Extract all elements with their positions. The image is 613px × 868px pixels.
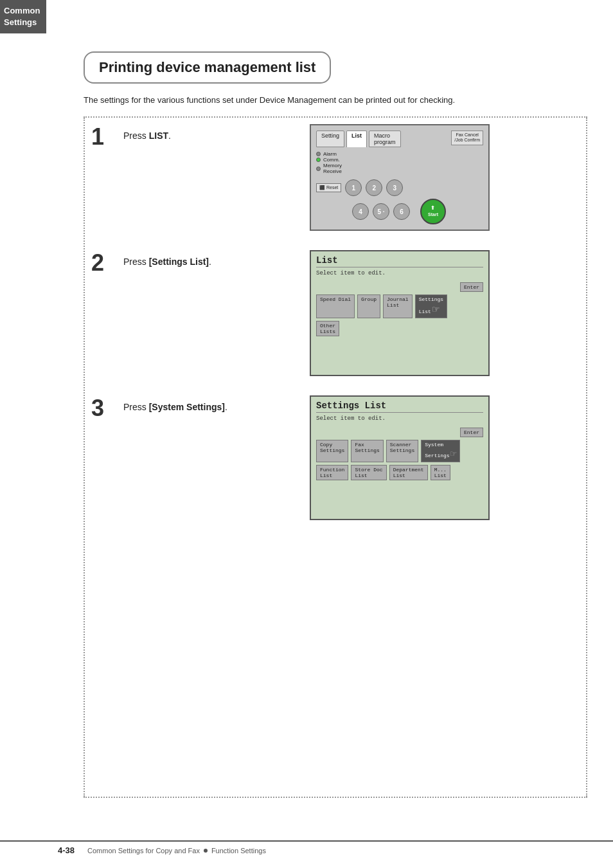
page-description: The settings for the various functions s… — [84, 95, 587, 105]
system-settings-button[interactable]: SystemSertings☞ — [421, 440, 460, 462]
footer-text2: Function Settings — [211, 847, 266, 854]
fax-settings-button[interactable]: FaxSettings — [351, 440, 383, 462]
alarm-indicator: Alarm — [316, 151, 483, 157]
function-list-button[interactable]: FunctionList — [316, 465, 348, 480]
m-list-button[interactable]: M...List — [431, 465, 450, 480]
num-2-button[interactable]: 2 — [366, 179, 382, 196]
speed-dial-button[interactable]: Speed Dial — [316, 294, 355, 318]
num-4-button[interactable]: 4 — [352, 203, 369, 220]
lcd-list-enter: Enter — [316, 282, 483, 292]
num-3-button[interactable]: 3 — [386, 179, 403, 196]
lcd-settings-buttons-row1: CopySettings FaxSettings ScannerSettings… — [316, 440, 483, 462]
step-1-text: Press LIST. — [123, 124, 297, 141]
tab-macro-program[interactable]: Macroprogram — [369, 131, 401, 147]
lcd-list-title: List — [316, 255, 483, 267]
group-button[interactable]: Group — [357, 294, 380, 318]
num-5-button[interactable]: 5 · — [373, 203, 389, 220]
lcd-list-screen: List Select item to edit. Enter Speed Di… — [310, 250, 490, 376]
lcd-list-buttons: Speed Dial Group JournalList SettingsLis… — [316, 294, 483, 318]
footer-text1: Common Settings for Copy and Fax — [87, 847, 200, 854]
step-2-text: Press [Settings List]. — [123, 250, 297, 267]
step-3-text: Press [System Settings]. — [123, 395, 297, 412]
journal-list-button[interactable]: JournalList — [383, 294, 413, 318]
fax-cancel-button[interactable]: Fax Cancel/Job Confirm — [451, 131, 483, 145]
num-6-button[interactable]: 6 — [393, 203, 410, 220]
page-footer: 4-38 Common Settings for Copy and Fax Fu… — [0, 840, 613, 855]
step-3-number: 3 — [91, 397, 117, 420]
page-title: Printing device management list — [99, 59, 315, 76]
memory-receive-indicator: MemoryReceive — [316, 163, 483, 174]
step-1-number: 1 — [91, 125, 117, 149]
lcd-settings-list-screen: Settings List Select item to edit. Enter… — [310, 395, 490, 520]
tab-setting[interactable]: Setting — [316, 131, 344, 147]
reset-button[interactable]: ⬛ Reset — [316, 183, 341, 192]
lcd-settings-subtitle: Select item to edit. — [316, 415, 483, 422]
section-title-box: Printing device management list — [84, 51, 331, 84]
store-doc-list-button[interactable]: Store DocList — [351, 465, 386, 480]
start-button[interactable]: ⬆Start — [420, 199, 446, 224]
lcd-settings-buttons-row2: FunctionList Store DocList DepartmentLis… — [316, 465, 483, 480]
tab-list[interactable]: List — [346, 131, 367, 147]
step-2-number: 2 — [91, 251, 117, 275]
other-lists-button[interactable]: OtherLists — [316, 321, 339, 336]
lcd-settings-title: Settings List — [316, 401, 483, 413]
section-tab: Common Settings — [0, 0, 46, 33]
department-list-button[interactable]: DepartmentList — [389, 465, 428, 480]
comm-indicator: Comm. — [316, 157, 483, 163]
footer-bullet — [204, 849, 208, 853]
scanner-settings-button[interactable]: ScannerSettings — [386, 440, 418, 462]
settings-list-button[interactable]: SettingsList☞ — [415, 294, 447, 318]
lcd-settings-enter: Enter — [316, 427, 483, 437]
lcd-list-subtitle: Select item to edit. — [316, 270, 483, 276]
page-number: 4-38 — [58, 845, 75, 855]
copy-settings-button[interactable]: CopySettings — [316, 440, 348, 462]
num-1-button[interactable]: 1 — [345, 179, 362, 196]
